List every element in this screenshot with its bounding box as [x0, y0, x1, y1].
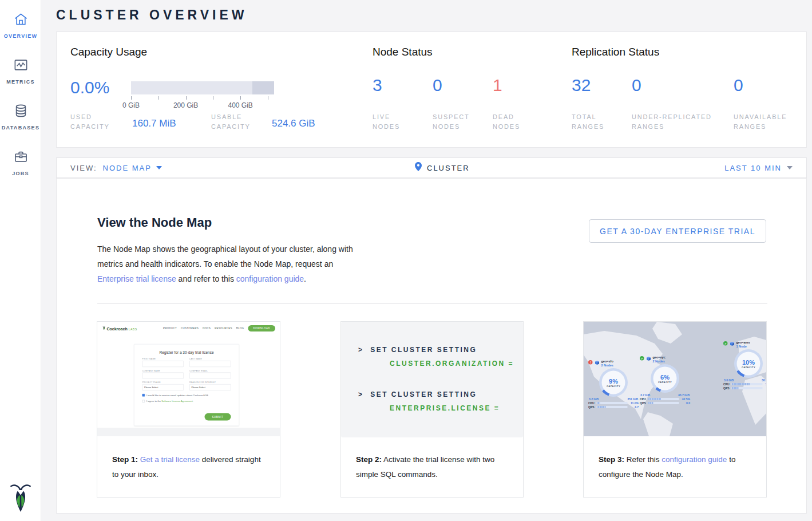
cluster-breadcrumb: CLUSTER	[427, 164, 470, 172]
sidebar-item-databases[interactable]: DATABASES	[0, 103, 41, 131]
view-toolbar: VIEW: NODE MAP CLUSTER LAST 10 MIN	[56, 157, 807, 178]
step-2-caption: Step 2: Activate the trial license with …	[341, 436, 523, 482]
get-trial-license-link[interactable]: Get a trial license	[140, 455, 200, 464]
sidebar-item-label: OVERVIEW	[4, 33, 38, 39]
node-status-title: Node Status	[373, 46, 433, 58]
sidebar-item-metrics[interactable]: METRICS	[0, 57, 41, 85]
capacity-usage-title: Capacity Usage	[70, 46, 147, 58]
capacity-used-percent: 0.0%	[70, 78, 109, 97]
chevron-down-icon	[787, 166, 793, 169]
capacity-axis-labels: 0 GiB 200 GiB 400 GiB	[131, 101, 291, 109]
used-capacity-value: 160.7 MiB	[132, 118, 176, 129]
nodes-cube-icon	[729, 341, 735, 346]
dead-nodes-count: 1	[493, 76, 502, 95]
mini-company-name-field	[142, 373, 184, 379]
section-divider	[97, 303, 767, 304]
under-replicated-ranges-label: UNDER-REPLICATEDRANGES	[632, 112, 712, 132]
step-1-caption: Step 1: Get a trial license delivered st…	[97, 436, 280, 482]
unavailable-ranges-label: UNAVAILABLERANGES	[734, 112, 787, 132]
capacity-bar-chart	[131, 81, 274, 94]
warning-status-icon: !	[588, 360, 593, 365]
healthy-status-icon: ✓	[640, 356, 644, 361]
sql-code-block: > SET CLUSTER SETTING CLUSTER.ORGANIZATI…	[341, 322, 523, 437]
used-capacity-label: USEDCAPACITY	[70, 112, 110, 132]
section-heading: View the Node Map	[97, 215, 212, 230]
home-icon	[13, 11, 29, 29]
metrics-icon	[13, 57, 29, 75]
view-selector-dropdown[interactable]: NODE MAP	[103, 164, 162, 172]
replication-status-title: Replication Status	[572, 46, 659, 58]
mini-download-button: DOWNLOAD	[248, 325, 275, 331]
sidebar-item-label: METRICS	[6, 79, 35, 85]
node-map-panel: View the Node Map The Node Map shows the…	[56, 178, 807, 514]
configuration-guide-link[interactable]: configuration guide	[236, 274, 304, 283]
mini-last-name-field	[189, 361, 231, 367]
configuration-guide-link[interactable]: configuration guide	[662, 455, 727, 464]
mini-checkbox-unchecked	[142, 400, 145, 402]
suspect-nodes-count: 0	[433, 76, 442, 95]
axis-label: 200 GiB	[173, 101, 198, 109]
sidebar-item-label: DATABASES	[2, 125, 39, 131]
mini-registration-form: Register for a 30-day trial license FIRS…	[134, 344, 239, 426]
mini-nav-item: CUSTOMERS	[181, 327, 199, 330]
mini-nav-item: RESOURCES	[215, 327, 232, 330]
step-1-card: Cockroach LABS PRODUCT CUSTOMERS DOCS RE…	[97, 321, 280, 498]
enterprise-trial-button[interactable]: GET A 30-DAY ENTERPRISE TRIAL	[589, 219, 766, 243]
axis-label: 400 GiB	[228, 101, 253, 109]
cluster-summary-card: Capacity Usage 0.0% 0 GiB 200 GiB 400 Gi…	[56, 31, 807, 148]
mini-nav-item: DOCS	[203, 327, 211, 330]
sidebar-item-jobs[interactable]: JOBS	[0, 149, 41, 176]
nodes-cube-icon	[594, 360, 600, 365]
suspect-nodes-label: SUSPECTNODES	[433, 112, 470, 132]
location-pin-icon	[415, 162, 422, 173]
view-label: VIEW:	[70, 164, 97, 172]
live-nodes-label: LIVENODES	[373, 112, 400, 132]
mini-first-name-field	[142, 361, 184, 367]
mini-submit-button: SUBMIT	[205, 413, 231, 421]
mini-nav-item: PRODUCT	[163, 327, 177, 330]
dead-nodes-label: DEADNODES	[493, 112, 520, 132]
page-title: CLUSTER OVERVIEW	[56, 7, 248, 23]
locality-sfo: ! geo=sfo2 Nodes 9% CAPACITY 3.2 GiB351 …	[588, 360, 639, 409]
enterprise-trial-license-link[interactable]: Enterprise trial license	[97, 274, 176, 283]
mini-reason-select: Please Select	[189, 384, 231, 390]
step-3-caption: Step 3: Refer this configuration guide t…	[584, 436, 766, 482]
live-nodes-count: 3	[373, 76, 382, 95]
nodes-cube-icon	[645, 356, 651, 361]
capacity-axis-ticks	[131, 96, 274, 100]
total-ranges-label: TOTALRANGES	[572, 112, 604, 132]
step-3-card: ! geo=sfo2 Nodes 9% CAPACITY 3.2 GiB351 …	[583, 321, 767, 498]
cockroach-labs-logo-icon	[10, 483, 31, 515]
healthy-status-icon: ✓	[723, 341, 728, 346]
mini-project-phase-select: Please Select	[142, 384, 184, 390]
total-ranges-count: 32	[572, 76, 591, 95]
step-2-card: > SET CLUSTER SETTING CLUSTER.ORGANIZATI…	[340, 321, 524, 498]
mini-nav-item: BLOG	[236, 327, 244, 330]
unavailable-ranges-count: 0	[734, 76, 743, 95]
usable-capacity-value: 524.6 GiB	[272, 118, 315, 129]
mini-cockroach-logo: Cockroach LABS	[102, 326, 137, 331]
sidebar: OVERVIEW METRICS DATABASES JOBS	[0, 0, 41, 521]
databases-icon	[13, 103, 29, 121]
registration-page-thumbnail: Cockroach LABS PRODUCT CUSTOMERS DOCS RE…	[97, 322, 280, 436]
locality-nyc: ✓ geo=nyc2 Nodes 6% CAPACITY 3.7 GiB43.7…	[640, 356, 690, 405]
locality-ams: ✓ geo=ams1 Node 10% CAPACITY 3.6 GiB36.6…	[723, 341, 766, 390]
jobs-icon	[13, 149, 29, 167]
mini-checkbox-checked	[142, 394, 145, 397]
chevron-down-icon	[156, 166, 162, 169]
axis-label: 0 GiB	[122, 101, 140, 109]
capacity-bar-reserved-segment	[252, 81, 274, 94]
time-range-dropdown[interactable]: LAST 10 MIN	[724, 164, 806, 172]
sidebar-item-overview[interactable]: OVERVIEW	[0, 11, 41, 39]
sidebar-item-label: JOBS	[12, 171, 29, 176]
usable-capacity-label: USABLECAPACITY	[211, 112, 251, 132]
under-replicated-ranges-count: 0	[632, 76, 641, 95]
section-description: The Node Map shows the geographical layo…	[97, 242, 362, 286]
mini-company-email-field	[189, 373, 231, 379]
node-map-thumbnail: ! geo=sfo2 Nodes 9% CAPACITY 3.2 GiB351 …	[584, 322, 766, 436]
